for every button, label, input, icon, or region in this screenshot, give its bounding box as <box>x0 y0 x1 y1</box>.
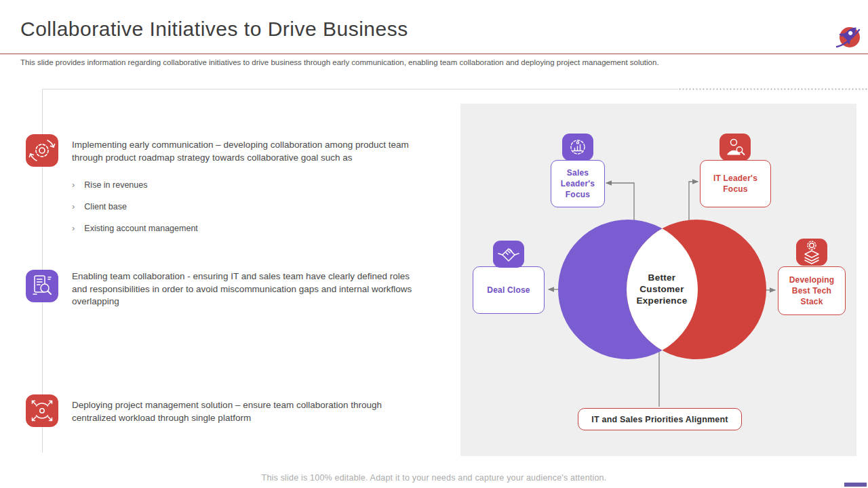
slide: Collaborative Initiatives to Drive Busin… <box>0 0 868 488</box>
bullet-text: Rise in revenues <box>84 180 147 190</box>
content-frame-top-line <box>42 89 678 89</box>
callout-label: Deal Close <box>487 285 530 296</box>
callout-it-leaders-focus: IT Leader's Focus <box>700 160 771 207</box>
gear-sync-icon <box>26 134 58 167</box>
chevron-bullet-icon: › <box>72 201 75 211</box>
bullet-text: Client base <box>84 202 127 211</box>
bullet-text: Existing account management <box>84 224 197 233</box>
list-item: › Client base <box>72 201 127 211</box>
venn-diagram-panel: Better Customer Experience Sales Leader'… <box>460 104 856 456</box>
content-frame-dotted-line <box>678 87 868 91</box>
team-audit-icon <box>26 270 58 302</box>
list-item: › Rise in revenues <box>72 180 147 190</box>
handshake-icon <box>493 241 524 268</box>
title-divider <box>0 54 868 54</box>
chevron-bullet-icon: › <box>72 180 75 190</box>
tech-stack-icon <box>796 239 827 266</box>
alignment-label-box: IT and Sales Priorities Alignment <box>578 408 742 430</box>
alignment-label: IT and Sales Priorities Alignment <box>591 415 728 424</box>
editable-note: This slide is 100% editable. Adapt it to… <box>0 473 868 483</box>
corner-accent-bar <box>844 483 867 487</box>
venn-center-label: Better Customer Experience <box>628 272 696 306</box>
callout-sales-leaders-focus: Sales Leader's Focus <box>551 160 605 207</box>
slide-subtitle: This slide provides information regardin… <box>20 58 698 66</box>
callout-label: Developing Best Tech Stack <box>781 274 842 307</box>
callout-deal-close: Deal Close <box>473 266 545 314</box>
chevron-bullet-icon: › <box>72 223 75 233</box>
gear-chart-icon <box>562 134 593 161</box>
page-title: Collaborative Initiatives to Drive Busin… <box>20 18 631 41</box>
list-item: › Existing account management <box>72 223 198 233</box>
callout-label: IT Leader's Focus <box>703 173 768 195</box>
rocket-logo-icon <box>833 22 865 54</box>
item-text: Enabling team collaboration - ensuring I… <box>72 270 425 308</box>
deploy-icon <box>26 394 58 427</box>
callout-developing-best-tech-stack: Developing Best Tech Stack <box>778 266 846 315</box>
item-text: Deploying project management solution – … <box>72 399 425 424</box>
person-search-icon <box>719 134 751 161</box>
item-text: Implementing early communication – devel… <box>72 139 425 164</box>
callout-label: Sales Leader's Focus <box>554 167 601 200</box>
